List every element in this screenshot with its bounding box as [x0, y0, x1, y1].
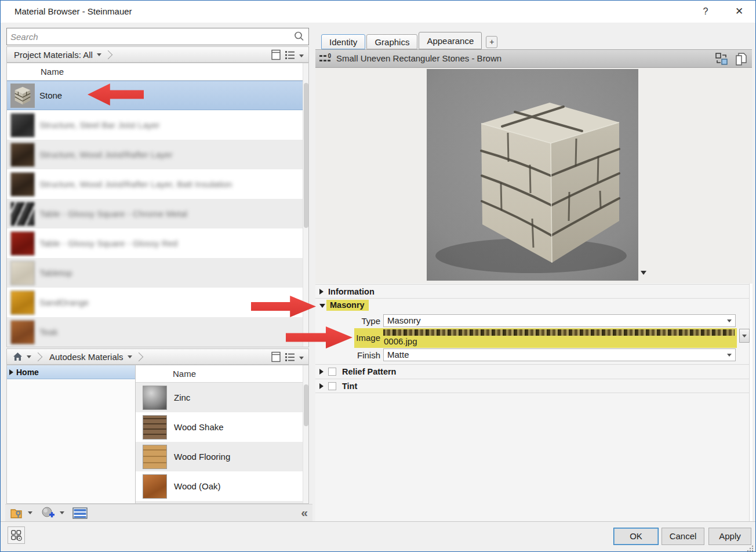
list-view-icon[interactable] — [285, 50, 295, 63]
help-button[interactable]: ? — [696, 1, 715, 23]
panel-view-icon[interactable] — [271, 49, 281, 63]
resize-grip[interactable] — [747, 544, 754, 552]
open-asset-browser-button[interactable] — [72, 507, 88, 519]
material-thumbnail — [10, 172, 35, 197]
material-name: Tabletop — [39, 268, 72, 278]
section-tint[interactable]: Tint — [315, 379, 749, 393]
column-header-name: Name — [136, 365, 308, 383]
library-material-row[interactable]: Wood Flooring — [136, 442, 308, 471]
tab-graphics[interactable]: Graphics — [366, 34, 417, 49]
property-grid-toggle-button[interactable] — [8, 526, 25, 544]
material-row[interactable]: Structure, Wood Joist/Rafter Layer, Batt… — [7, 169, 308, 199]
material-thumbnail — [10, 290, 35, 315]
material-row[interactable]: Tabletop — [7, 258, 308, 288]
field-row-type: Type Masonry — [315, 314, 749, 328]
breadcrumb-separator-icon — [34, 352, 43, 361]
scrollbar-thumb[interactable] — [304, 384, 308, 426]
window-title: Material Browser - Steinmauer — [14, 1, 132, 23]
section-relief-pattern[interactable]: Relief Pattern — [315, 364, 749, 379]
expander-icon[interactable] — [319, 304, 325, 308]
material-name: Structure, Wood Joist/Rafter Layer — [39, 150, 173, 159]
material-thumbnail — [10, 143, 35, 167]
chevron-down-icon — [742, 335, 747, 337]
section-label: Relief Pattern — [342, 367, 396, 376]
panel-view-icon[interactable] — [271, 351, 281, 365]
home-icon[interactable] — [13, 352, 23, 361]
material-row[interactable]: Stone — [7, 81, 308, 110]
add-tab-button[interactable]: + — [486, 36, 497, 48]
library-list-scrollbar[interactable] — [303, 365, 308, 503]
material-browser-window: Material Browser - Steinmauer ? ✕ Projec… — [0, 0, 756, 552]
finish-dropdown[interactable]: Matte — [383, 348, 736, 361]
breadcrumb-label: Project Materials: All — [14, 50, 93, 60]
library-toolbar: « — [5, 504, 312, 521]
chevron-down-icon[interactable] — [299, 55, 304, 57]
material-row[interactable]: Table - Glossy Square - Chrome Metal — [7, 199, 308, 228]
list-view-icon[interactable] — [285, 352, 295, 365]
material-name: Zinc — [174, 393, 190, 402]
type-dropdown[interactable]: Masonry — [383, 314, 736, 327]
material-name: Table - Glossy Square - Chrome Metal — [39, 209, 187, 219]
create-material-button[interactable] — [41, 506, 56, 520]
preview-options-button[interactable] — [639, 268, 649, 276]
material-thumbnail — [143, 386, 167, 410]
material-name: Stone — [39, 90, 62, 100]
tint-checkbox[interactable] — [328, 382, 336, 390]
chevron-down-icon[interactable] — [27, 355, 31, 358]
manage-library-button[interactable] — [10, 507, 24, 520]
material-name: Wood Flooring — [174, 452, 230, 462]
dialog-footer: OK Cancel Apply — [1, 521, 755, 551]
material-name: Structure, Wood Joist/Rafter Layer, Batt… — [39, 179, 232, 189]
tree-item-home[interactable]: Home — [7, 365, 135, 379]
project-materials-breadcrumb[interactable]: Project Materials: All — [6, 46, 309, 63]
library-breadcrumb[interactable]: Autodesk Materials — [6, 348, 309, 365]
material-name: Table - Glossy Square - Glossy Red — [39, 238, 177, 248]
replace-asset-icon[interactable] — [715, 52, 729, 68]
breadcrumb-separator-icon — [104, 50, 113, 59]
chevron-down-icon[interactable] — [60, 511, 64, 514]
chevron-down-icon — [128, 355, 132, 358]
material-row[interactable]: Structure, Steel Bar Joist Layer — [7, 110, 308, 140]
tab-appearance[interactable]: Appearance — [419, 32, 482, 49]
chevron-down-icon[interactable] — [299, 357, 304, 359]
field-label: Finish — [315, 348, 380, 362]
tab-identity[interactable]: Identity — [321, 34, 365, 49]
breadcrumb-label: Autodesk Materials — [49, 352, 123, 362]
search-input[interactable] — [9, 30, 291, 43]
material-preview-zone — [315, 68, 752, 284]
properties-scroll-gutter[interactable] — [749, 284, 753, 521]
image-texture-preview[interactable] — [383, 329, 735, 336]
cancel-button[interactable]: Cancel — [662, 528, 704, 545]
close-button[interactable]: ✕ — [729, 1, 750, 23]
scrollbar-thumb[interactable] — [304, 83, 308, 228]
library-material-row[interactable]: Wood Shake — [136, 412, 308, 442]
material-name: Structure, Steel Bar Joist Layer — [39, 120, 160, 130]
collapse-panel-button[interactable]: « — [301, 504, 308, 522]
chevron-down-icon[interactable] — [28, 511, 32, 514]
material-row[interactable]: Table - Glossy Square - Glossy Red — [7, 228, 308, 258]
svg-text:0: 0 — [328, 53, 332, 59]
library-tree: Home — [6, 365, 135, 504]
library-materials-list: Name ZincWood ShakeWood FlooringWood (Oa… — [135, 365, 309, 504]
expander-icon[interactable] — [319, 383, 324, 389]
image-dropdown-button[interactable] — [739, 329, 750, 343]
expander-icon[interactable] — [319, 369, 324, 375]
relief-pattern-checkbox[interactable] — [328, 368, 336, 376]
material-thumbnail — [10, 231, 35, 256]
duplicate-asset-icon[interactable] — [735, 52, 747, 68]
material-row[interactable]: Teak — [7, 317, 308, 347]
section-information[interactable]: Information — [315, 284, 749, 299]
library-material-row[interactable]: Zinc — [136, 383, 308, 412]
dropdown-value: Masonry — [387, 315, 421, 325]
material-preview-image — [427, 69, 638, 281]
ok-button[interactable]: OK — [613, 528, 659, 545]
expander-icon[interactable] — [319, 289, 324, 295]
column-header-name: Name — [7, 63, 308, 81]
apply-button[interactable]: Apply — [708, 528, 751, 545]
material-thumbnail — [10, 83, 35, 108]
material-row[interactable]: Structure, Wood Joist/Rafter Layer — [7, 140, 308, 169]
library-material-row[interactable]: Wood (Oak) — [136, 471, 308, 501]
section-masonry[interactable]: Masonry — [315, 299, 749, 314]
expander-icon[interactable] — [9, 369, 13, 375]
field-label: Type — [315, 314, 380, 328]
